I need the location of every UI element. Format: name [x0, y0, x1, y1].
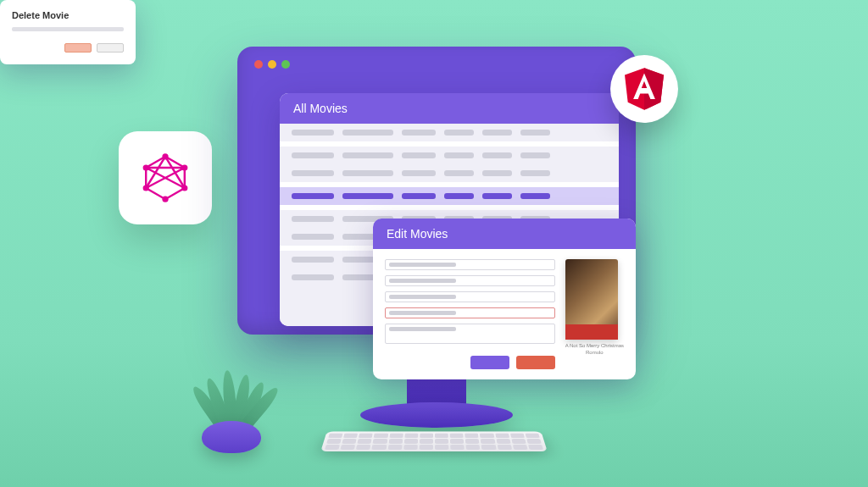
graphql-icon — [140, 152, 191, 203]
edit-field-2[interactable] — [385, 275, 555, 286]
table-row-selected[interactable] — [280, 187, 619, 205]
svg-point-4 — [143, 185, 149, 191]
table-row[interactable] — [280, 147, 619, 164]
movie-poster — [565, 259, 618, 340]
delete-confirm-button[interactable] — [64, 43, 92, 53]
edit-field-error[interactable] — [385, 307, 555, 318]
edit-field-3[interactable] — [385, 291, 555, 302]
delete-cancel-button[interactable] — [97, 43, 124, 53]
delete-movie-dialog: Delete Movie — [0, 0, 136, 64]
svg-point-3 — [162, 196, 168, 202]
plant-decoration — [185, 343, 278, 453]
poster-column: A Not So Merry Christmas Romulo — [565, 259, 624, 369]
svg-point-5 — [143, 164, 149, 170]
graphql-card — [119, 131, 212, 224]
edit-movie-window: Edit Movies A Not So Merry Christmas Rom… — [373, 219, 636, 379]
svg-point-0 — [162, 153, 168, 159]
edit-movie-title: Edit Movies — [373, 219, 636, 249]
table-row[interactable] — [280, 164, 619, 182]
traffic-lights — [254, 60, 290, 69]
all-movies-title: All Movies — [280, 93, 619, 124]
svg-point-1 — [181, 164, 187, 170]
keyboard-decoration — [324, 423, 544, 470]
edit-field-1[interactable] — [385, 259, 555, 270]
delete-movie-title: Delete Movie — [12, 10, 124, 20]
poster-caption: A Not So Merry Christmas Romulo — [565, 343, 624, 357]
edit-field-description[interactable] — [385, 324, 555, 344]
edit-cancel-button[interactable] — [516, 356, 555, 369]
table-header-row — [280, 124, 619, 141]
edit-save-button[interactable] — [470, 356, 509, 369]
svg-point-2 — [181, 185, 187, 191]
angular-badge — [610, 55, 678, 123]
angular-icon — [625, 68, 664, 110]
delete-message — [12, 27, 124, 31]
